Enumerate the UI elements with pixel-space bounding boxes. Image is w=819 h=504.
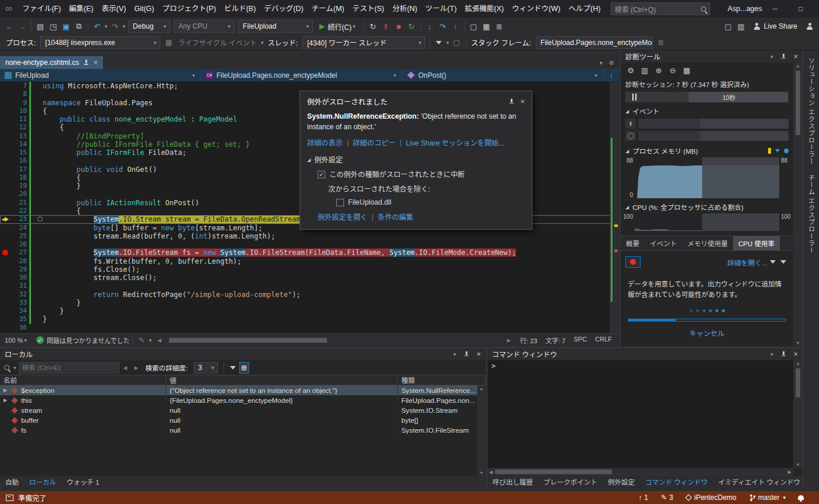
diagnostics-timeline[interactable]: 10秒 — [625, 92, 789, 102]
pin-icon[interactable] — [781, 351, 786, 357]
close-icon[interactable]: × — [520, 97, 525, 106]
undo-dropdown-icon[interactable]: ▾ — [104, 23, 109, 29]
team-explorer-tab[interactable]: チーム エクスプローラー — [807, 167, 816, 256]
undo-icon[interactable]: ↶ — [91, 19, 104, 33]
scroll-left-icon[interactable]: ◀ — [153, 333, 166, 347]
command-window-header[interactable]: コマンド ウィンドウ ▾ × — [487, 348, 803, 360]
locals-row[interactable]: buffernullbyte[] — [0, 415, 486, 425]
bottom-tab-1[interactable]: ブレークポイント — [538, 476, 603, 488]
diagnostics-tab-1[interactable]: イベント — [645, 236, 682, 250]
zoom-out-icon[interactable]: ⊖ — [666, 63, 679, 77]
space-indicator[interactable]: SPC — [574, 336, 587, 345]
pin-icon[interactable] — [781, 54, 786, 60]
step-out-icon[interactable]: ↑ — [449, 19, 462, 33]
checkbox-checked-icon[interactable]: ✓ — [318, 171, 325, 178]
current-statement-arrow-icon[interactable] — [0, 215, 12, 223]
problems-status[interactable]: 問題は見つかりませんでした — [47, 336, 130, 345]
solution-explorer-tab[interactable]: ソリューション エクスプローラー — [807, 50, 816, 167]
code-line[interactable]: 36 — [0, 324, 619, 332]
code-line[interactable]: 28 fs.Write(buffer, 0, buffer.Length); — [0, 257, 619, 265]
branch-indicator[interactable]: master ▾ — [749, 493, 787, 502]
compare-files-icon[interactable]: ▢ — [722, 19, 735, 33]
next-result-icon[interactable]: ▶ — [132, 362, 142, 374]
process-dropdown[interactable]: [10488] iisexpress.exe ▾ — [40, 36, 160, 49]
search-input[interactable] — [19, 362, 119, 374]
filter-icon[interactable] — [432, 36, 445, 50]
export-icon[interactable]: ▥ — [638, 63, 651, 77]
memory-chart[interactable] — [635, 157, 779, 198]
code-line[interactable]: 31 — [0, 282, 619, 290]
toolbar-options-icon[interactable]: ≣ — [655, 36, 667, 50]
expander-icon[interactable]: ▶ — [2, 398, 8, 403]
filter-icon[interactable] — [780, 260, 786, 264]
continue-button[interactable]: ▶ 続行(C) ▾ — [316, 19, 359, 33]
code-line[interactable]: 35} — [0, 315, 619, 323]
menu-item[interactable]: ビルド(B) — [220, 0, 260, 18]
redo-dropdown-icon[interactable]: ▾ — [122, 23, 127, 29]
restart-debugging-icon[interactable]: ↻ — [405, 19, 418, 33]
line-indicator[interactable]: 行: 23 — [520, 336, 537, 345]
search-options-icon[interactable]: ▾ — [12, 365, 18, 371]
scrollbar-thumb[interactable] — [495, 470, 612, 474]
flag-threads-icon[interactable]: ▢ — [450, 36, 463, 50]
eol-indicator[interactable]: CRLF — [595, 336, 612, 345]
track-values-icon[interactable] — [228, 362, 238, 374]
link[interactable]: Live Share セッションを開始... — [405, 137, 504, 148]
scroll-right-icon[interactable]: ▶ — [788, 470, 792, 475]
menu-item[interactable]: ウィンドウ(W) — [508, 0, 565, 18]
window-position-icon[interactable]: ▾ — [769, 54, 775, 60]
menu-item[interactable]: ファイル(F) — [18, 0, 65, 18]
quick-search-box[interactable]: 検索 (Ctrl+Q) — [611, 2, 710, 15]
code-line[interactable]: 32 return RedirectToPage("/simple-upload… — [0, 291, 619, 299]
menu-item[interactable]: ツール(T) — [421, 0, 460, 18]
command-window-content[interactable]: > — [487, 360, 793, 468]
cpu-section-header[interactable]: ◢ CPU (%: 全プロセッサに占める割合) — [621, 198, 793, 213]
menu-item[interactable]: テスト(S) — [349, 0, 388, 18]
events-section-header[interactable]: ◢ イベント — [621, 102, 793, 118]
search-depth-dropdown[interactable]: 3 ▾ — [194, 362, 218, 374]
close-icon[interactable]: × — [793, 52, 798, 61]
bookmark-icon[interactable]: ▥ — [735, 19, 748, 33]
scrollbar-thumb[interactable] — [169, 338, 327, 343]
close-icon[interactable]: × — [476, 350, 481, 358]
column-header[interactable]: 値 — [166, 375, 398, 385]
code-line[interactable]: 25 stream.Read(buffer, 0, (int)stream.Le… — [0, 232, 619, 240]
code-cleanup-icon[interactable]: ✎ — [135, 333, 148, 347]
open-details-link[interactable]: 詳細を開く... — [727, 257, 768, 267]
navigate-back-icon[interactable]: ← — [3, 19, 16, 33]
menu-item[interactable]: チーム(M) — [308, 0, 349, 18]
locals-header[interactable]: ローカル ▾ × — [0, 348, 486, 360]
filter-icon[interactable] — [770, 260, 776, 264]
close-tab-icon[interactable]: × — [94, 58, 98, 67]
scroll-up-icon[interactable]: ▲ — [796, 64, 800, 68]
lifecycle-events-icon[interactable]: ▦ — [162, 36, 175, 50]
bottom-tab-0[interactable]: 呼び出し履歴 — [487, 476, 538, 488]
menu-item[interactable]: Git(G) — [130, 0, 158, 18]
scroll-down-icon[interactable]: ▼ — [796, 341, 800, 345]
column-indicator[interactable]: 文字: 7 — [545, 336, 565, 345]
menu-item[interactable]: デバッグ(D) — [260, 0, 307, 18]
zoom-level[interactable]: 100 % — [5, 337, 23, 344]
code-line[interactable]: 27 System.IO.FileStream fs = new System.… — [0, 248, 619, 257]
menu-item[interactable]: 分析(N) — [388, 0, 421, 18]
stack-frame-dropdown[interactable]: FileUpload.Pages.none_enctypeModel.On ▾ — [536, 36, 653, 49]
locals-row[interactable]: ▶this{FileUpload.Pages.none_enctypeModel… — [0, 395, 486, 405]
pin-icon[interactable] — [84, 60, 89, 65]
code-line[interactable]: 30 stream.Close(); — [0, 274, 619, 282]
navigate-forward-icon[interactable]: → — [16, 19, 29, 33]
break-all-icon[interactable]: ‖ — [380, 19, 393, 33]
expander-icon[interactable]: ▶ — [2, 388, 8, 393]
scroll-right-icon[interactable]: ▶ — [503, 333, 515, 347]
link[interactable]: 条件の編集 — [377, 212, 413, 222]
window-position-icon[interactable]: ▾ — [769, 351, 775, 357]
scroll-left-icon[interactable]: ◀ — [489, 470, 493, 475]
menu-item[interactable]: 編集(E) — [65, 0, 98, 18]
reset-view-icon[interactable]: ▦ — [680, 63, 693, 77]
close-icon[interactable]: × — [793, 350, 798, 358]
scrollbar-thumb[interactable] — [796, 71, 800, 135]
menu-item[interactable]: 拡張機能(X) — [461, 0, 508, 18]
prev-result-icon[interactable]: ◀ — [121, 362, 130, 374]
diagnostics-chart-icon[interactable]: ▦ — [480, 19, 493, 33]
locals-scrollbar[interactable]: ▲ ▼ — [477, 385, 486, 476]
open-folder-icon[interactable]: ◳ — [47, 19, 60, 33]
